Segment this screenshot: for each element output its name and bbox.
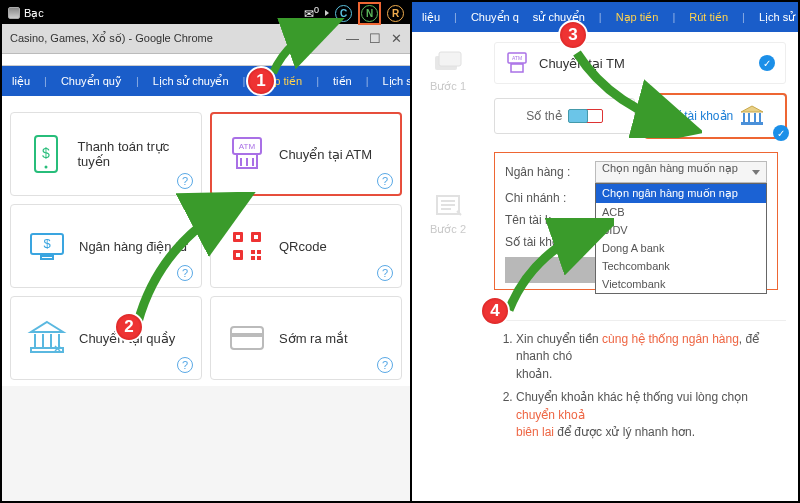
dropdown-icon (752, 170, 760, 175)
annotation-4: 4 (480, 296, 510, 326)
dropdown-option[interactable]: Vietcombank (596, 275, 766, 293)
nav-item[interactable]: Rút tiền (689, 11, 728, 24)
svg-point-2 (45, 166, 48, 169)
svg-rect-33 (439, 52, 461, 66)
help-icon[interactable]: ? (377, 357, 393, 373)
svg-marker-41 (741, 106, 763, 112)
svg-text:$: $ (43, 236, 51, 251)
svg-rect-46 (741, 122, 763, 125)
badge-r[interactable]: R (387, 5, 404, 22)
nav-item-active[interactable]: Nạp tiền (616, 11, 659, 24)
atm-mini-icon: ATM (505, 51, 529, 75)
nav-item[interactable]: Chuyển quỹ (61, 75, 122, 88)
opt-label: Số thẻ (526, 109, 561, 123)
svg-text:$: $ (42, 145, 50, 161)
label-bank: Ngân hàng : (505, 165, 595, 179)
svg-text:ATM: ATM (512, 55, 522, 61)
note-list: Xin chuyển tiền cùng hệ thống ngân hàng,… (494, 331, 786, 447)
bank-select[interactable]: Chọn ngân hàng muốn nạp (595, 161, 767, 183)
caret-icon (325, 10, 329, 16)
card-title: Thanh toán trực tuyến (77, 139, 201, 169)
bank-mini-icon (739, 105, 765, 127)
card-atm-transfer[interactable]: ATM Chuyển tại ATM ? (210, 112, 402, 196)
help-icon[interactable]: ? (377, 173, 393, 189)
svg-text:ATM: ATM (239, 142, 256, 151)
arrow-1 (268, 18, 348, 78)
nav-item[interactable]: Lịch sử gi (759, 11, 798, 24)
svg-rect-40 (511, 64, 523, 72)
step-label: Bước 1 (430, 80, 466, 93)
annotation-3: 3 (558, 20, 588, 50)
annotation-1: 1 (246, 66, 276, 96)
chrome-tab-title: Casino, Games, Xổ số) - Google Chrome (10, 32, 213, 45)
atm-icon: ATM (225, 132, 269, 176)
step-label: Bước 2 (430, 223, 466, 236)
bank-select-value: Chọn ngân hàng muốn nạp (602, 162, 738, 174)
svg-rect-11 (41, 256, 53, 259)
highlight-n: N (358, 2, 381, 25)
nav-item[interactable]: liệu (12, 75, 30, 88)
label-branch: Chi nhánh : (505, 191, 595, 205)
bank-dropdown: Chọn ngân hàng muốn nạp ACB BIDV Dong A … (595, 183, 767, 294)
help-icon[interactable]: ? (177, 173, 193, 189)
help-icon[interactable]: ? (177, 357, 193, 373)
step-column: Bước 1 Bước 2 (412, 32, 484, 501)
header-bar: Bạc ✉0 C N R (2, 2, 410, 24)
annotation-2: 2 (114, 312, 144, 342)
nav-item[interactable]: liệu (422, 11, 440, 24)
svg-marker-22 (31, 322, 63, 332)
step-1: Bước 1 (412, 32, 484, 107)
note-item: Xin chuyển tiền cùng hệ thống ngân hàng,… (516, 331, 778, 383)
dropdown-option[interactable]: BIDV (596, 221, 766, 239)
bank-icon (25, 316, 69, 360)
check-icon: ✓ (773, 125, 789, 141)
check-icon: ✓ (759, 55, 775, 71)
help-icon[interactable]: ? (377, 265, 393, 281)
ibank-icon: $ (25, 224, 69, 268)
close-button[interactable]: ✕ (391, 31, 402, 46)
nav-left: liệu| Chuyển quỹ| Lịch sử chuyển| Nạp ti… (2, 66, 410, 96)
card-online-payment[interactable]: $ Thanh toán trực tuyến ? (10, 112, 202, 196)
tier-label: Bạc (24, 7, 44, 20)
card-title: QRcode (279, 239, 327, 254)
nav-item[interactable]: Lịch sử giao dịch (382, 75, 410, 88)
dropdown-option[interactable]: Dong A bank (596, 239, 766, 257)
dropdown-option[interactable]: ACB (596, 203, 766, 221)
badge-n[interactable]: N (361, 5, 378, 22)
dropdown-option[interactable]: Chọn ngân hàng muốn nạp (596, 184, 766, 203)
svg-rect-29 (231, 333, 263, 337)
nav-right: liệu| Chuyển q sử chuyển| Nạp tiền| Rút … (412, 2, 798, 32)
card-title: Chuyển tại ATM (279, 147, 372, 162)
nav-item[interactable]: Lịch sử chuyển (153, 75, 229, 88)
nav-item[interactable]: Chuyển q (471, 11, 519, 24)
step-2: Bước 2 (412, 175, 484, 250)
online-pay-icon: $ (25, 132, 67, 176)
dropdown-option[interactable]: Techcombank (596, 257, 766, 275)
tier-icon (8, 7, 20, 19)
card-title: Sớm ra mắt (279, 331, 348, 346)
arrow-3 (572, 48, 702, 138)
arrow-2 (130, 192, 260, 332)
chrome-tab-bar: Casino, Games, Xổ số) - Google Chrome — … (2, 24, 410, 54)
max-button[interactable]: ☐ (369, 31, 381, 46)
arrow-4 (504, 218, 614, 318)
note-item: Chuyển khoản khác hệ thống vui lòng chọn… (516, 389, 778, 441)
